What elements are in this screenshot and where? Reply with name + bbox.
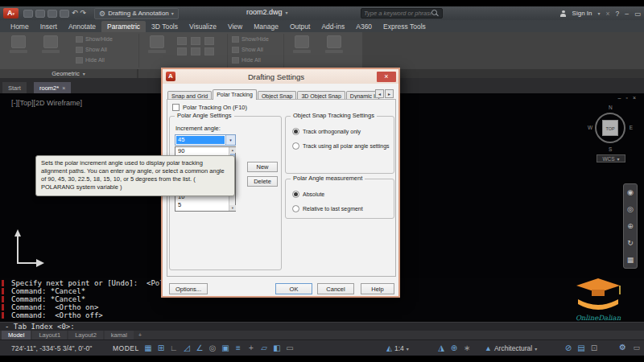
customization-gear-icon[interactable]: ⚙ xyxy=(619,343,626,352)
undo-icon[interactable]: ↶ xyxy=(72,8,78,19)
lineweight-icon[interactable]: ≡ xyxy=(232,340,245,356)
file-tab-start[interactable]: Start xyxy=(2,82,27,93)
dialog-titlebar[interactable]: A Drafting Settings × xyxy=(163,69,398,84)
angle-option[interactable]: 90 xyxy=(175,147,229,155)
layout-tab-kamal[interactable]: kamal xyxy=(105,331,134,339)
navigation-wheel-icon[interactable]: ◉ xyxy=(627,188,634,196)
absolute-radio[interactable]: Absolute xyxy=(292,191,324,198)
show-all-button[interactable]: Show All xyxy=(232,45,290,54)
constraint-tools-grid[interactable] xyxy=(177,37,221,56)
dimensional-constraint-button[interactable] xyxy=(143,34,171,68)
clean-screen-icon[interactable]: ▭ xyxy=(633,343,640,352)
cancel-button[interactable]: Cancel xyxy=(317,283,354,294)
close-icon[interactable]: × xyxy=(606,10,610,18)
save-icon[interactable] xyxy=(47,10,57,18)
object-snap-tracking-icon[interactable]: ◎ xyxy=(206,340,219,356)
minimize-icon[interactable]: – xyxy=(625,10,629,18)
units-control[interactable]: ▲ Architectural ▾ xyxy=(485,340,537,356)
search-icon[interactable] xyxy=(431,10,439,17)
new-file-icon[interactable] xyxy=(23,10,33,18)
ribbon-tab-express-tools[interactable]: Express Tools xyxy=(378,21,431,32)
constraint-settings-button[interactable] xyxy=(320,34,348,68)
workspace-switcher[interactable]: ⚙ Drafting & Annotation ▾ xyxy=(94,8,179,19)
ribbon-tab-a360[interactable]: A360 xyxy=(350,21,378,32)
sign-in-button[interactable]: Sign In xyxy=(572,10,592,17)
options-button[interactable]: Options... xyxy=(169,283,208,294)
annotation-monitor-icon[interactable]: ∗ xyxy=(460,340,473,356)
ortho-icon[interactable]: ∟ xyxy=(167,340,180,356)
ok-button[interactable]: OK xyxy=(275,283,312,294)
show-hide-button[interactable]: Show/Hide xyxy=(76,35,134,43)
showmotion-icon[interactable]: ▦ xyxy=(627,256,634,264)
new-layout-button[interactable]: + xyxy=(135,331,145,339)
minimize-icon[interactable]: – xyxy=(618,95,621,101)
restore-icon[interactable]: ▭ xyxy=(634,10,641,18)
show-hide-button[interactable]: Show/Hide xyxy=(232,35,290,43)
compass-north-label[interactable]: N xyxy=(609,105,613,110)
wcs-menu[interactable]: WCS ▾ xyxy=(597,154,625,162)
model-space-button[interactable]: MODEL xyxy=(113,344,139,352)
combobox-dropdown-icon[interactable]: ▾ xyxy=(225,135,235,145)
polar-tracking-icon[interactable]: ◿ xyxy=(180,340,193,356)
new-angle-button[interactable]: New xyxy=(247,162,278,172)
viewcube-top-face[interactable]: TOP xyxy=(602,120,618,136)
tab-scroll-right-icon[interactable]: ▸ xyxy=(385,89,394,98)
delete-constraints-button[interactable] xyxy=(288,34,316,68)
pan-icon[interactable]: ◎ xyxy=(627,205,634,213)
ribbon-tab-add-ins[interactable]: Add-ins xyxy=(316,21,350,32)
help-button[interactable]: Help xyxy=(361,283,394,294)
command-input-line[interactable]: - Tab Index <0>: xyxy=(0,322,644,331)
show-all-button[interactable]: Show All xyxy=(76,45,134,54)
redo-icon[interactable]: ↷ xyxy=(80,8,87,19)
zoom-icon[interactable]: ⊕ xyxy=(627,222,634,230)
isodraft-icon[interactable]: ∠ xyxy=(193,340,206,356)
radio-icon[interactable] xyxy=(292,142,299,150)
track-all-angles-radio[interactable]: Track using all polar angle settings xyxy=(292,142,390,150)
radio-icon[interactable] xyxy=(292,205,299,212)
layout-tab-layout2[interactable]: Layout2 xyxy=(68,331,103,339)
radio-icon[interactable] xyxy=(292,128,299,135)
close-icon[interactable]: × xyxy=(633,95,636,101)
orbit-icon[interactable]: ↻ xyxy=(627,239,634,247)
ribbon-tab-home[interactable]: Home xyxy=(5,21,35,32)
grid-icon[interactable]: ▦ xyxy=(142,340,155,356)
delete-angle-button[interactable]: Delete xyxy=(247,176,278,187)
lock-ui-icon[interactable]: ▤ xyxy=(575,340,588,356)
plot-icon[interactable] xyxy=(60,10,69,18)
ribbon-tab-3d-tools[interactable]: 3D Tools xyxy=(146,21,184,32)
dynamic-ucs-icon[interactable]: ◧ xyxy=(270,340,283,356)
viewport-controls-label[interactable]: [-][Top][2D Wireframe] xyxy=(11,99,82,107)
compass-east-label[interactable]: E xyxy=(630,125,633,130)
snap-icon[interactable]: ⊞ xyxy=(155,340,167,356)
polar-tracking-on-checkbox[interactable]: Polar Tracking On (F10) xyxy=(172,104,247,111)
file-tab-room2[interactable]: room2* × xyxy=(34,82,71,93)
dialog-close-button[interactable]: × xyxy=(377,72,396,82)
quick-properties-icon[interactable]: ⊘ xyxy=(562,340,575,356)
ribbon-tab-view[interactable]: View xyxy=(222,21,248,32)
layout-tab-layout1[interactable]: Layout1 xyxy=(32,331,67,339)
ribbon-tab-output[interactable]: Output xyxy=(284,21,316,32)
view-cube[interactable]: N W E S TOP WCS ▾ xyxy=(588,105,633,164)
help-icon[interactable]: ? xyxy=(616,10,620,18)
ribbon-tab-visualize[interactable]: Visualize xyxy=(184,21,222,32)
scroll-up-icon[interactable]: ▴ xyxy=(229,147,236,153)
search-box[interactable] xyxy=(361,8,443,19)
angle-option[interactable]: 5 xyxy=(175,201,229,209)
tab-scroll-left-icon[interactable]: ◂ xyxy=(375,89,384,98)
close-icon[interactable]: × xyxy=(62,85,65,91)
increment-angle-combobox[interactable]: 45 ▾ xyxy=(175,134,236,146)
chevron-down-icon[interactable]: ▾ xyxy=(286,10,288,15)
autoscale-icon[interactable]: ⊕ xyxy=(448,340,460,356)
ribbon-tab-manage[interactable]: Manage xyxy=(248,21,284,32)
annotation-visibility-icon[interactable]: ◮ xyxy=(435,340,448,356)
scroll-down-icon[interactable]: ▾ xyxy=(229,205,236,211)
layout-tab-model[interactable]: Model xyxy=(2,331,31,339)
open-file-icon[interactable] xyxy=(35,10,45,18)
checkbox-icon[interactable] xyxy=(172,104,180,111)
track-orthogonally-radio[interactable]: Track orthogonally only xyxy=(292,128,361,135)
app-menu-button[interactable]: A▾ xyxy=(3,8,19,19)
hide-all-button[interactable]: Hide All xyxy=(232,56,290,64)
dialog-tab-polar-tracking[interactable]: Polar Tracking xyxy=(213,89,257,100)
restore-icon[interactable]: ▫ xyxy=(625,95,627,101)
transparency-icon[interactable]: + xyxy=(245,340,258,356)
